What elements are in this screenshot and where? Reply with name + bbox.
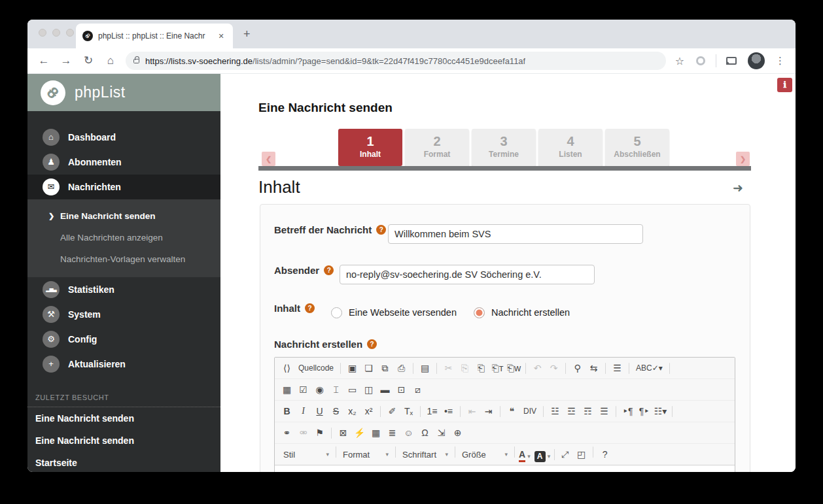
- about-icon[interactable]: ?: [597, 446, 612, 462]
- redo-icon[interactable]: ↷: [546, 360, 561, 376]
- reload-icon[interactable]: ↻: [79, 52, 97, 70]
- browser-menu-icon[interactable]: ⋮: [775, 55, 785, 67]
- remove-format-icon[interactable]: Tₓ: [401, 403, 416, 419]
- spellcheck-icon[interactable]: ABC✓▾: [633, 360, 665, 376]
- sender-input[interactable]: [340, 265, 595, 284]
- forward-icon[interactable]: →: [57, 52, 75, 70]
- print-icon[interactable]: ⎙: [394, 360, 409, 376]
- language-icon[interactable]: ☷▾: [653, 403, 668, 419]
- align-right-icon[interactable]: ☶: [580, 403, 595, 419]
- maximize-icon[interactable]: ⤢: [557, 446, 572, 462]
- steps-next-icon[interactable]: ❯: [736, 152, 750, 166]
- select-field-icon[interactable]: ◫: [361, 382, 376, 397]
- checkbox-icon[interactable]: ☑: [296, 382, 311, 397]
- wizard-step[interactable]: 5 Abschließen: [605, 129, 669, 166]
- smiley-icon[interactable]: ☺: [401, 425, 416, 441]
- align-justify-icon[interactable]: ☰: [597, 403, 612, 419]
- anchor-icon[interactable]: ⚑: [312, 425, 327, 441]
- style-combo[interactable]: Stil ▾: [279, 446, 334, 462]
- recent-link[interactable]: Eine Nachricht senden: [27, 407, 220, 429]
- bidi-rtl-icon[interactable]: ¶‣: [637, 403, 652, 419]
- preview-icon[interactable]: ⧉: [377, 360, 393, 376]
- increase-indent-icon[interactable]: ⇥: [481, 403, 496, 419]
- text-field-icon[interactable]: ⌶: [328, 382, 343, 397]
- source-icon[interactable]: ⟨⟩: [279, 360, 294, 376]
- Nachrichten[interactable]: ✉ Nachrichten: [27, 175, 220, 199]
- compose-message-radio[interactable]: [474, 307, 485, 318]
- align-left-icon[interactable]: ☳: [548, 403, 563, 419]
- send-webpage-radio[interactable]: [331, 307, 342, 318]
- Alle Nachrichten anzeigen[interactable]: Alle Nachrichten anzeigen: [27, 227, 220, 248]
- find-icon[interactable]: ⚲: [570, 360, 585, 376]
- strikethrough-icon[interactable]: S: [328, 403, 343, 419]
- new-page-icon[interactable]: ❏: [361, 360, 376, 376]
- paste-from-word-icon[interactable]: ⎗ᴡ: [506, 360, 521, 376]
- bulleted-list-icon[interactable]: •≡: [441, 403, 456, 419]
- paste-icon[interactable]: ⎗: [474, 360, 489, 376]
- profile-avatar[interactable]: [748, 52, 765, 69]
- extension-icon[interactable]: [696, 56, 705, 65]
- image-icon[interactable]: ⊠: [336, 425, 351, 441]
- table-icon[interactable]: ▦: [368, 425, 383, 441]
- compose-help-icon[interactable]: ?: [367, 339, 377, 349]
- source-label[interactable]: Quellcode: [296, 360, 336, 376]
- background-color-icon[interactable]: A ▾: [534, 446, 551, 462]
- format-combo[interactable]: Format ▾: [338, 446, 393, 462]
- home-icon[interactable]: ⌂: [101, 52, 120, 70]
- wizard-step[interactable]: 1 Inhalt: [338, 129, 402, 166]
- underline-icon[interactable]: U: [312, 403, 327, 419]
- undo-icon[interactable]: ↶: [530, 360, 545, 376]
- bidi-ltr-icon[interactable]: ‣¶: [620, 403, 635, 419]
- align-center-icon[interactable]: ☲: [564, 403, 579, 419]
- subject-help-icon[interactable]: ?: [376, 225, 386, 235]
- save-icon[interactable]: ▣: [345, 360, 360, 376]
- iframe-icon[interactable]: ⊕: [450, 425, 465, 441]
- wizard-step[interactable]: 4 Listen: [538, 129, 603, 166]
- sender-help-icon[interactable]: ?: [324, 265, 334, 275]
- form-icon[interactable]: ▦: [279, 382, 294, 397]
- recent-link[interactable]: Eine Nachricht senden: [27, 429, 220, 452]
- image-button-icon[interactable]: ⊡: [394, 382, 409, 397]
- Config[interactable]: ⚙ Config: [27, 327, 220, 352]
- templates-icon[interactable]: ▤: [417, 360, 432, 376]
- content-help-icon[interactable]: ?: [305, 303, 315, 313]
- cast-icon[interactable]: [726, 57, 737, 65]
- horizontal-rule-icon[interactable]: ≣: [385, 425, 400, 441]
- text-color-icon[interactable]: A ▾: [519, 446, 531, 462]
- next-step-arrow-icon[interactable]: ➜: [733, 180, 743, 195]
- editor-content-area[interactable]: [275, 465, 735, 471]
- page-break-icon[interactable]: ⇲: [434, 425, 449, 441]
- textarea-icon[interactable]: ▭: [345, 382, 360, 397]
- browser-tab[interactable]: 8 phpList :: phpList :: Eine Nachr ✕: [76, 24, 233, 48]
- show-blocks-icon[interactable]: ◰: [574, 446, 589, 462]
- Aktualisieren[interactable]: + Aktualisieren: [27, 352, 220, 377]
- numbered-list-icon[interactable]: 1≡: [425, 403, 440, 419]
- recent-link[interactable]: Startseite: [27, 452, 220, 472]
- hidden-field-icon[interactable]: ⧄: [410, 382, 425, 397]
- size-combo[interactable]: Größe ▾: [457, 446, 512, 462]
- font-combo[interactable]: Schriftart ▾: [398, 446, 453, 462]
- cut-icon[interactable]: ✂: [441, 360, 456, 376]
- italic-icon[interactable]: I: [296, 403, 311, 419]
- special-char-icon[interactable]: Ω: [417, 425, 432, 441]
- Abonnenten[interactable]: ♟ Abonnenten: [27, 150, 220, 175]
- steps-prev-icon[interactable]: ❮: [262, 152, 275, 166]
- radio-button-icon[interactable]: ◉: [312, 382, 327, 397]
- Eine Nachricht senden[interactable]: ❯Eine Nachricht senden: [27, 205, 220, 227]
- replace-icon[interactable]: ⇆: [586, 360, 601, 376]
- paste-as-text-icon[interactable]: ⎗ᴛ: [490, 360, 505, 376]
- decrease-indent-icon[interactable]: ⇤: [464, 403, 480, 419]
- System[interactable]: ⚒ System: [27, 302, 220, 327]
- back-icon[interactable]: ←: [35, 52, 53, 70]
- subject-input[interactable]: [388, 224, 643, 244]
- Dashboard[interactable]: ⌂ Dashboard: [27, 125, 220, 150]
- new-tab-button[interactable]: +: [243, 28, 251, 40]
- Statistiken[interactable]: ▂▅▃ Statistiken: [27, 277, 220, 302]
- select-all-icon[interactable]: ☰: [610, 360, 625, 376]
- bold-icon[interactable]: B: [279, 403, 294, 419]
- zoom-window-button[interactable]: [66, 29, 74, 37]
- subscript-icon[interactable]: x₂: [345, 403, 360, 419]
- blockquote-icon[interactable]: ❝: [504, 403, 519, 419]
- button-icon[interactable]: ▬: [377, 382, 393, 397]
- div-container-icon[interactable]: DIV: [521, 403, 539, 419]
